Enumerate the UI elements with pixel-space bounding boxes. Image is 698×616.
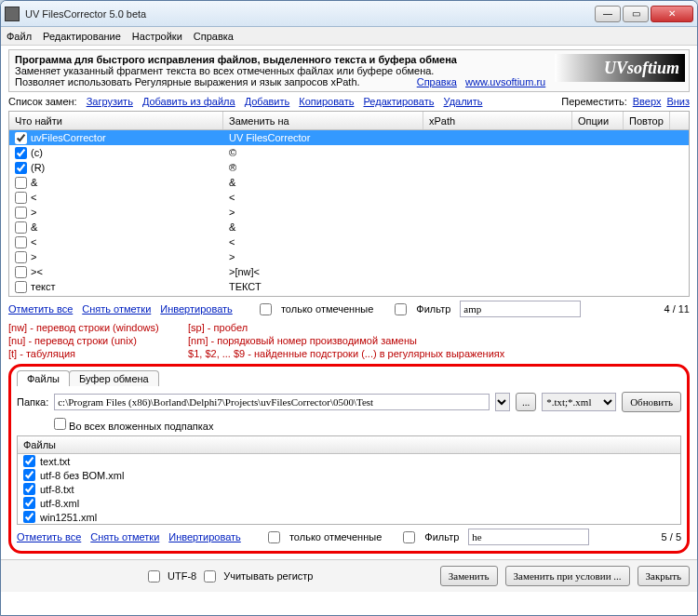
replace-button[interactable]: Заменить <box>440 566 498 586</box>
files-invert[interactable]: Инвертировать <box>168 531 240 542</box>
menu-edit[interactable]: Редактирование <box>43 31 121 42</box>
mask-select[interactable]: *.txt;*.xml <box>542 393 616 411</box>
file-row[interactable]: text.txt <box>18 454 680 468</box>
col-xpath[interactable]: xPath <box>423 112 572 129</box>
row-checkbox[interactable] <box>15 177 27 189</box>
file-checkbox[interactable] <box>23 511 35 523</box>
filter-input[interactable] <box>460 301 581 317</box>
row-replace: >[nw]< <box>223 266 423 277</box>
file-name: win1251.xml <box>40 512 97 523</box>
file-checkbox[interactable] <box>23 497 35 509</box>
file-row[interactable]: utf-8.txt <box>18 482 680 496</box>
files-header: Файлы <box>18 436 680 454</box>
tab-files[interactable]: Файлы <box>17 370 70 386</box>
files-only-marked-checkbox[interactable] <box>268 531 280 543</box>
table-row[interactable]: && <box>9 175 689 190</box>
col-repeat[interactable]: Повтор <box>624 112 670 129</box>
files-filter-checkbox[interactable] <box>403 531 415 543</box>
menu-help[interactable]: Справка <box>194 31 234 42</box>
folder-input[interactable] <box>54 394 490 410</box>
help-link[interactable]: Справка <box>417 76 457 87</box>
file-checkbox[interactable] <box>23 483 35 495</box>
brand-logo: UVsoftium <box>555 54 685 82</box>
only-marked-checkbox[interactable] <box>260 303 272 315</box>
copy-link[interactable]: Копировать <box>299 96 354 107</box>
mark-all-link[interactable]: Отметить все <box>8 303 73 315</box>
files-unmark[interactable]: Снять отметки <box>90 531 159 542</box>
row-replace: ТЕКСТ <box>223 281 423 292</box>
table-row[interactable]: uvFilesCorrectorUV FilesCorrector <box>9 130 689 145</box>
row-checkbox[interactable] <box>15 162 27 174</box>
add-from-file-link[interactable]: Добавить из файла <box>142 96 235 107</box>
menu-settings[interactable]: Настройки <box>132 31 182 42</box>
menu-file[interactable]: Файл <box>7 31 32 42</box>
window-title: UV FilesCorrector 5.0 beta <box>25 8 593 20</box>
filter-checkbox[interactable] <box>395 303 407 315</box>
replace-if-button[interactable]: Заменить при условии ... <box>505 566 630 586</box>
row-replace: > <box>223 251 423 262</box>
row-checkbox[interactable] <box>15 132 27 144</box>
files-mark-all[interactable]: Отметить все <box>17 531 81 542</box>
browse-button[interactable]: ... <box>516 393 536 411</box>
edit-link[interactable]: Редактировать <box>364 96 435 107</box>
table-row[interactable]: (R)® <box>9 160 689 175</box>
file-checkbox[interactable] <box>23 469 35 481</box>
col-replace[interactable]: Заменить на <box>223 112 423 129</box>
table-row[interactable]: << <box>9 234 689 249</box>
table-row[interactable]: && <box>9 220 689 234</box>
site-link[interactable]: www.uvsoftium.ru <box>465 76 545 87</box>
utf8-checkbox[interactable] <box>148 570 160 583</box>
subfolders-checkbox[interactable] <box>54 418 66 430</box>
table-row[interactable]: (c)© <box>9 145 689 160</box>
row-find: > <box>31 251 36 262</box>
row-checkbox[interactable] <box>15 266 27 278</box>
case-checkbox[interactable] <box>204 570 216 583</box>
row-find: (c) <box>31 147 43 158</box>
files-counter: 5 / 5 <box>662 531 681 542</box>
row-checkbox[interactable] <box>15 192 27 204</box>
maximize-button[interactable]: ▭ <box>623 6 649 22</box>
file-row[interactable]: utf-8 без BOM.xml <box>18 468 680 482</box>
only-marked-label: только отмеченные <box>281 303 373 315</box>
table-row[interactable]: текстТЕКСТ <box>9 279 689 294</box>
add-link[interactable]: Добавить <box>245 96 290 107</box>
file-row[interactable]: win1251.xml <box>18 510 680 524</box>
row-replace: & <box>223 177 423 188</box>
row-replace: < <box>223 236 423 248</box>
col-find[interactable]: Что найти <box>9 112 223 129</box>
delete-link[interactable]: Удалить <box>444 96 483 107</box>
file-row[interactable]: utf-8.xml <box>18 496 680 510</box>
row-checkbox[interactable] <box>15 251 27 263</box>
close-button[interactable]: Закрыть <box>638 566 690 586</box>
legend: [nw] - перевод строки (windows) [nu] - п… <box>8 321 690 360</box>
refresh-button[interactable]: Обновить <box>622 392 681 412</box>
row-find: & <box>31 177 37 188</box>
move-up-link[interactable]: Вверх <box>633 96 662 107</box>
move-down-link[interactable]: Вниз <box>666 96 690 107</box>
files-filter-input[interactable] <box>468 529 589 545</box>
unmark-link[interactable]: Снять отметки <box>82 303 151 315</box>
app-icon <box>5 7 20 21</box>
invert-link[interactable]: Инвертировать <box>160 303 232 315</box>
row-checkbox[interactable] <box>15 221 27 234</box>
file-checkbox[interactable] <box>23 455 35 467</box>
table-row[interactable]: << <box>9 190 689 205</box>
row-checkbox[interactable] <box>15 207 27 219</box>
table-row[interactable]: ><>[nw]< <box>9 264 689 279</box>
case-label: Учитывать регистр <box>223 570 313 582</box>
row-replace: < <box>223 192 423 203</box>
tab-clipboard[interactable]: Буфер обмена <box>69 370 159 386</box>
minimize-button[interactable]: — <box>595 6 621 22</box>
close-window-button[interactable]: ✕ <box>651 6 693 22</box>
row-checkbox[interactable] <box>15 281 27 293</box>
load-link[interactable]: Загрузить <box>87 96 133 107</box>
row-checkbox[interactable] <box>15 147 27 159</box>
row-replace: © <box>223 147 423 158</box>
table-row[interactable]: >> <box>9 249 689 264</box>
row-checkbox[interactable] <box>15 236 27 248</box>
col-opts[interactable]: Опции <box>572 112 624 129</box>
table-row[interactable]: >> <box>9 205 689 220</box>
folder-history-dropdown[interactable] <box>495 393 510 411</box>
row-find: < <box>31 192 36 203</box>
row-find: >< <box>31 266 43 277</box>
